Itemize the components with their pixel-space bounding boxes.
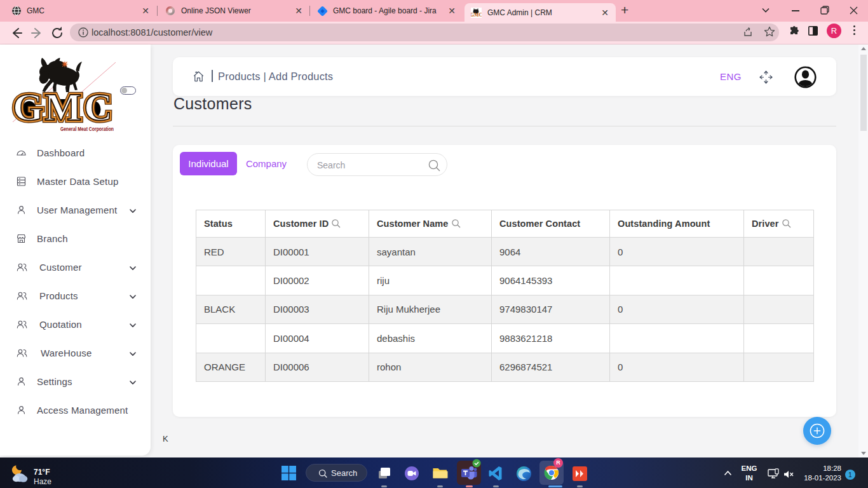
svg-text:G: G: [13, 85, 43, 128]
svg-text:C: C: [84, 85, 112, 128]
svg-text:M: M: [44, 85, 82, 128]
svg-text:General Meat Corporation: General Meat Corporation: [60, 125, 114, 132]
svg-text:GMC: GMC: [471, 11, 482, 17]
